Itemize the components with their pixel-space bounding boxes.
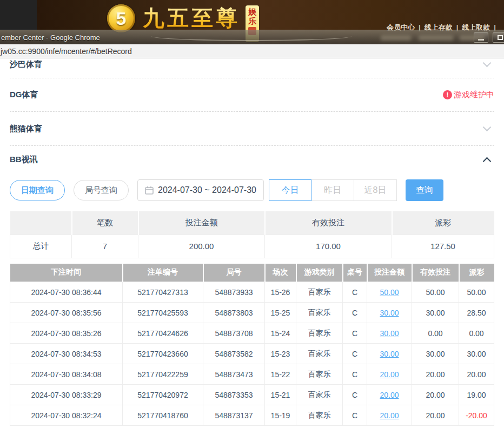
- cell-session: 15-22: [265, 364, 296, 385]
- cell-payout: 19.00: [459, 385, 494, 405]
- badge-char: 娱: [248, 7, 256, 16]
- maximize-button[interactable]: [493, 32, 504, 43]
- cell-payout: -20.00: [459, 405, 494, 426]
- cell-order-number: 521770424626: [123, 323, 203, 344]
- today-button[interactable]: 今日: [269, 179, 311, 201]
- cell-bet-amount: 30.00: [367, 323, 412, 344]
- cell-payout: 20.00: [459, 364, 494, 385]
- summary-header-count: 笔数: [72, 211, 138, 235]
- bet-column-header: 派彩: [459, 264, 494, 282]
- cell-bet-time: 2024-07-30 08:35:26: [10, 323, 123, 344]
- table-row: 2024-07-30 08:34:53 521770423660 5488735…: [10, 344, 494, 364]
- bet-amount-link[interactable]: 50.00: [380, 288, 399, 297]
- window-title: ember Center - Google Chrome: [0, 34, 100, 42]
- maximize-icon: [498, 35, 503, 40]
- section-title: DG体育: [10, 90, 38, 100]
- cell-order-number: 521770420972: [123, 385, 203, 405]
- table-row: 2024-07-30 08:33:29 521770420972 5488733…: [10, 385, 494, 405]
- bet-amount-link[interactable]: 20.00: [380, 411, 399, 420]
- bet-column-header: 投注金额: [367, 264, 412, 282]
- cell-valid-bet: 0.00: [412, 323, 459, 344]
- summary-payout: 127.50: [392, 235, 494, 258]
- bet-amount-link[interactable]: 20.00: [380, 370, 399, 379]
- cell-order-number: 521770427313: [123, 282, 203, 303]
- last-8-days-button[interactable]: 近8日: [354, 179, 397, 201]
- url-text: jw05.cc:9900/infe/mcenter/#/betRecord: [0, 47, 132, 56]
- cell-session: 15-26: [265, 282, 296, 303]
- cell-bet-time: 2024-07-30 08:34:53: [10, 344, 123, 364]
- chevron-up-icon: [483, 157, 492, 166]
- cell-game-type: 百家乐: [296, 323, 343, 344]
- search-button[interactable]: 查询: [406, 179, 443, 201]
- cell-order-number: 521770418760: [123, 405, 203, 426]
- cell-order-number: 521770422259: [123, 364, 203, 385]
- date-query-tab[interactable]: 日期查询: [10, 180, 65, 200]
- yesterday-button[interactable]: 昨日: [311, 179, 354, 201]
- bet-amount-link[interactable]: 20.00: [380, 391, 399, 399]
- cell-order-number: 521770423660: [123, 344, 203, 364]
- brand-name: 九五至尊: [143, 4, 240, 31]
- cell-table-number: C: [343, 303, 367, 323]
- section-title: 沙巴体育: [10, 59, 42, 70]
- cell-bet-amount: 30.00: [367, 344, 412, 364]
- quick-range-group: 今日 昨日 近8日: [269, 179, 397, 201]
- cell-valid-bet: 20.00: [412, 364, 459, 385]
- table-row: 2024-07-30 08:35:56 521770425593 5488738…: [10, 303, 494, 323]
- summary-count: 7: [72, 235, 138, 258]
- filter-toolbar: 日期查询 局号查询 2024-07-30 ~ 2024-07-30 今日 昨日 …: [10, 179, 494, 201]
- cell-bet-time: 2024-07-30 08:35:56: [10, 303, 123, 323]
- round-query-tab[interactable]: 局号查询: [74, 180, 129, 200]
- cell-game-type: 百家乐: [296, 282, 343, 303]
- bet-column-header: 局号: [203, 264, 265, 282]
- cell-bet-amount: 30.00: [367, 303, 412, 323]
- game-section-bb-video[interactable]: BB视讯: [10, 146, 494, 173]
- bet-amount-link[interactable]: 30.00: [380, 309, 399, 317]
- cell-valid-bet: 50.00: [412, 282, 459, 303]
- exclamation-icon: !: [443, 90, 452, 99]
- cell-session: 15-25: [265, 303, 296, 323]
- bet-column-header: 游戏类别: [296, 264, 343, 282]
- bet-amount-link[interactable]: 30.00: [380, 329, 399, 338]
- bet-amount-link[interactable]: 30.00: [380, 350, 399, 358]
- site-header: 5 九五至尊 娱 乐 会员中心|线上存款|线上取款| ember Center …: [0, 0, 504, 44]
- chevron-down-icon: [483, 123, 492, 132]
- bet-table-body: 2024-07-30 08:36:44 521770427313 5488739…: [10, 282, 494, 426]
- date-range-picker[interactable]: 2024-07-30 ~ 2024-07-30: [137, 179, 264, 201]
- blurred-user-info: [419, 35, 453, 41]
- cell-bet-time: 2024-07-30 08:34:08: [10, 364, 123, 385]
- cell-game-type: 百家乐: [296, 364, 343, 385]
- bet-record-table: 下注时间注单编号局号场次游戏类别桌号投注金额有效投注派彩 2024-07-30 …: [10, 264, 494, 426]
- cell-game-type: 百家乐: [296, 385, 343, 405]
- cell-payout: 0.00: [459, 323, 494, 344]
- table-row: 2024-07-30 08:36:44 521770427313 5488739…: [10, 282, 494, 303]
- cell-round-number: 548873582: [203, 344, 265, 364]
- cell-valid-bet: 30.00: [412, 344, 459, 364]
- bet-table-header-row: 下注时间注单编号局号场次游戏类别桌号投注金额有效投注派彩: [10, 264, 494, 282]
- cell-session: 15-19: [265, 405, 296, 426]
- coin-logo-icon: 5: [107, 4, 135, 32]
- cell-table-number: C: [343, 344, 367, 364]
- chevron-down-icon: [483, 59, 492, 68]
- summary-total-label: 总计: [10, 235, 72, 258]
- badge-char: 乐: [248, 16, 256, 25]
- cell-payout: 50.00: [459, 282, 494, 303]
- cell-valid-bet: 20.00: [412, 405, 459, 426]
- table-row: 2024-07-30 08:35:26 521770424626 5488737…: [10, 323, 494, 344]
- cell-game-type: 百家乐: [296, 303, 343, 323]
- cell-table-number: C: [343, 364, 367, 385]
- cell-table-number: C: [343, 282, 367, 303]
- cell-payout: 28.50: [459, 303, 494, 323]
- cell-session: 15-24: [265, 323, 296, 344]
- coin-digit: 5: [116, 8, 127, 29]
- summary-valid-bet: 170.00: [265, 235, 392, 258]
- table-row: 2024-07-30 08:34:08 521770422259 5488734…: [10, 364, 494, 385]
- blurred-user-info: [460, 35, 485, 41]
- cell-payout: 30.00: [459, 344, 494, 364]
- maintenance-text: 游戏维护中: [454, 90, 494, 100]
- game-section-dg-sports[interactable]: DG体育 ! 游戏维护中: [10, 78, 494, 112]
- section-title: 熊猫体育: [10, 124, 42, 134]
- chrome-urlbar[interactable]: jw05.cc:9900/infe/mcenter/#/betRecord: [0, 44, 504, 58]
- game-section-panda-sports[interactable]: 熊猫体育: [10, 112, 494, 146]
- blurred-user-info: [381, 35, 411, 41]
- cell-game-type: 百家乐: [296, 405, 343, 426]
